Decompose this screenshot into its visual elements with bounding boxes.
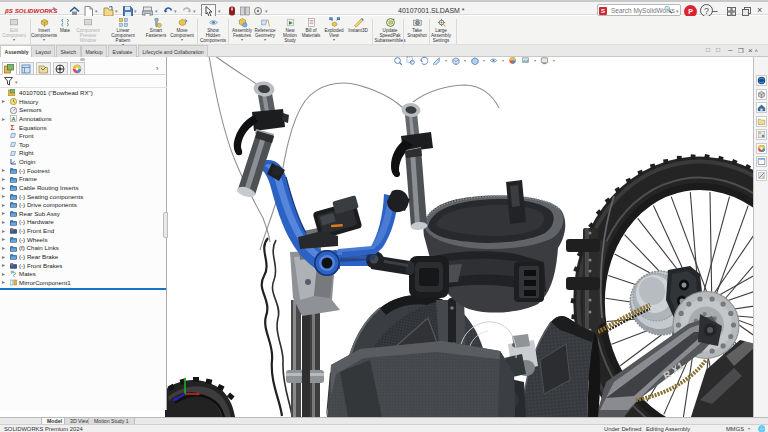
svg-text:Σ: Σ <box>11 124 15 131</box>
svg-text:A: A <box>12 116 16 122</box>
